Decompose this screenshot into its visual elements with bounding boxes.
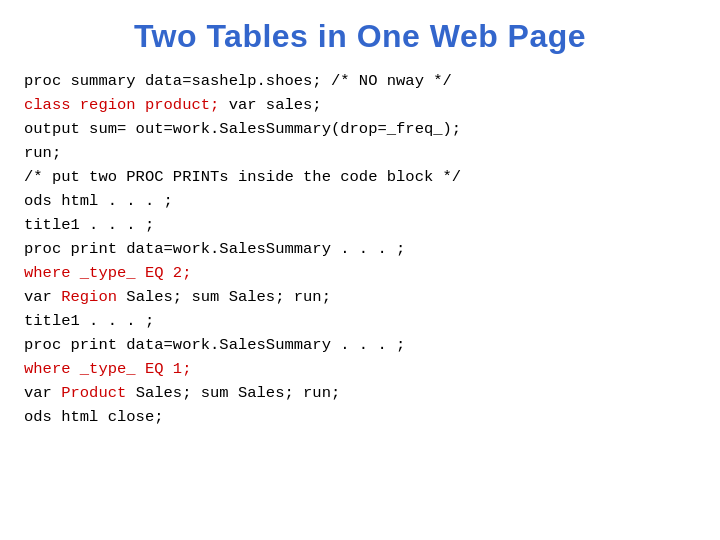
code-segment: output sum= out=work.SalesSummary(drop=_… (24, 120, 461, 138)
code-block: proc summary data=sashelp.shoes; /* NO n… (24, 69, 696, 429)
page-title: Two Tables in One Web Page (24, 18, 696, 55)
code-line: ods html close; (24, 405, 696, 429)
code-line: var Product Sales; sum Sales; run; (24, 381, 696, 405)
code-segment: var (24, 288, 61, 306)
code-segment: title1 . . . ; (24, 216, 154, 234)
code-segment: ods html close; (24, 408, 164, 426)
code-segment: run; (24, 144, 61, 162)
code-line: where _type_ EQ 1; (24, 357, 696, 381)
code-line: title1 . . . ; (24, 309, 696, 333)
code-segment: var (24, 384, 61, 402)
code-segment: Region (61, 288, 117, 306)
code-line: var Region Sales; sum Sales; run; (24, 285, 696, 309)
code-segment: /* put two PROC PRINTs inside the code b… (24, 168, 461, 186)
code-line: /* put two PROC PRINTs inside the code b… (24, 165, 696, 189)
code-segment: proc print data=work.SalesSummary . . . … (24, 336, 405, 354)
code-line: title1 . . . ; (24, 213, 696, 237)
code-segment: Product (61, 384, 126, 402)
code-line: proc print data=work.SalesSummary . . . … (24, 237, 696, 261)
code-segment: title1 . . . ; (24, 312, 154, 330)
code-line: run; (24, 141, 696, 165)
code-segment: where _type_ EQ 2; (24, 264, 191, 282)
code-line: proc summary data=sashelp.shoes; /* NO n… (24, 69, 696, 93)
code-segment: Sales; sum Sales; run; (126, 384, 340, 402)
code-segment: var sales; (229, 96, 322, 114)
code-segment: Sales; sum Sales; run; (117, 288, 331, 306)
code-line: proc print data=work.SalesSummary . . . … (24, 333, 696, 357)
code-line: where _type_ EQ 2; (24, 261, 696, 285)
code-segment: proc summary data=sashelp.shoes; /* NO n… (24, 72, 452, 90)
code-line: output sum= out=work.SalesSummary(drop=_… (24, 117, 696, 141)
code-segment: where _type_ EQ 1; (24, 360, 191, 378)
code-line: ods html . . . ; (24, 189, 696, 213)
code-segment: proc print data=work.SalesSummary . . . … (24, 240, 405, 258)
page-container: Two Tables in One Web Page proc summary … (0, 0, 720, 540)
code-line: class region product; var sales; (24, 93, 696, 117)
code-segment: ods html . . . ; (24, 192, 173, 210)
code-segment: class region product; (24, 96, 229, 114)
